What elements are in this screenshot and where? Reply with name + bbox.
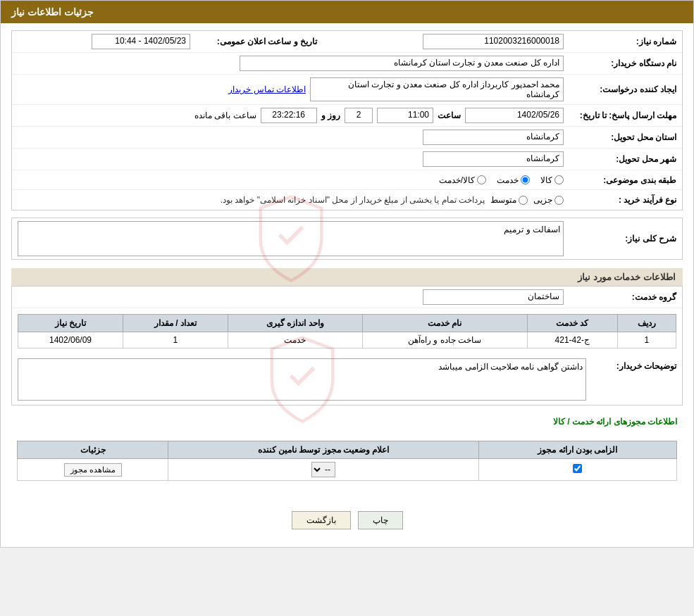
row-ijadKonande: ایجاد کننده درخواست: محمد احمدپور کاربرد… [12, 75, 682, 105]
namDastgah-field: اداره کل صنعت معدن و تجارت استان کرمانشا… [240, 56, 564, 71]
bottom-buttons: چاپ بازگشت [11, 501, 683, 540]
label-namDastgah: نام دستگاه خریدار: [564, 58, 676, 68]
sharh-niaz-text: اسفالت و ترمیم [504, 225, 560, 234]
khadamat-section: اطلاعات خدمات مورد نیاز گروه خدمت: ساختم… [11, 268, 683, 406]
sharh-niaz-section: شرح کلی نیاز: اسفالت و ترمیم [11, 218, 683, 260]
value-shahrTahvil: کرمانشاه [18, 151, 564, 167]
label-tozihat: توضیحات خریدار: [592, 358, 676, 371]
label-noeFarayand: نوع فرآیند خرید : [564, 195, 676, 205]
label-khadamat: خدمت [497, 175, 519, 185]
label-ijadKonande: ایجاد کننده درخواست: [564, 84, 676, 94]
watermark-logo [245, 193, 337, 284]
td-elzami [478, 459, 676, 481]
mohlat-date-field: 1402/05/26 [465, 108, 564, 123]
ettelaat-tamas-link[interactable]: اطلاعات تماس خریدار [228, 84, 306, 94]
row-noeFarayand: نوع فرآیند خرید : جزیی متوسط پرداخت تمام… [12, 190, 682, 210]
label-motavasset: متوسط [490, 195, 516, 205]
page-title: جزئیات اطلاعات نیاز [11, 6, 94, 18]
permission-row: -- مشاهده مجوز [18, 459, 677, 481]
value-tarikh: 1402/05/23 - 10:44 [18, 34, 190, 49]
permission-table: الزامی بودن ارائه مجوز اعلام وضعیت مجوز … [17, 441, 677, 481]
value-namDastgah: اداره کل صنعت معدن و تجارت استان کرمانشا… [18, 56, 564, 71]
mohlat-saat-baqi-field: 23:22:16 [261, 108, 317, 123]
row-shomareNiaz: شماره نیاز: 1102003216000018 تاریخ و ساع… [12, 31, 682, 53]
shomare-niaz-field: 1102003216000018 [423, 34, 564, 49]
row-groupKhadamat: گروه خدمت: ساختمان [12, 287, 682, 308]
radio-kala[interactable]: کالا [540, 175, 564, 185]
td-tarikh: 1402/06/09 [18, 332, 123, 348]
row-shahrTahvil: شهر محل تحویل: کرمانشاه [12, 149, 682, 170]
print-button[interactable]: چاپ [358, 511, 403, 529]
td-name: ساخت جاده و راه‌آهن [362, 332, 527, 348]
td-status: -- [168, 459, 479, 481]
value-ijadKonande: محمد احمدپور کاربرداز اداره کل صنعت معدن… [18, 77, 564, 101]
td-tedad: 1 [123, 332, 228, 348]
page-wrapper: جزئیات اطلاعات نیاز شماره نیاز: 11020032… [0, 0, 694, 548]
shahr-tahvil-field: کرمانشاه [423, 151, 564, 167]
tozihat-content: داشتن گواهی نامه صلاحیت الزامی میباشد [18, 358, 586, 401]
label-mohlat: مهلت ارسال پاسخ: تا تاریخ: [564, 111, 676, 120]
mohlat-time-field: 11:00 [377, 108, 433, 123]
elzami-checkbox[interactable] [573, 464, 582, 473]
radio-kalaKhadamat-input[interactable] [477, 175, 486, 184]
label-kalaKhadamat: کالا/خدمت [439, 175, 475, 185]
label-rozVa: روز و [321, 111, 340, 120]
label-shahrTahvil: شهر محل تحویل: [564, 154, 676, 164]
main-info-section: شماره نیاز: 1102003216000018 تاریخ و ساع… [11, 30, 683, 210]
value-tabaqeBandi: کالا خدمت کالا/خدمت [18, 175, 564, 185]
radio-kalaKhadamat[interactable]: کالا/خدمت [439, 175, 486, 185]
label-kala: کالا [540, 175, 552, 185]
radio-khadamat-input[interactable] [521, 175, 530, 184]
value-sharhNiaz: اسفالت و ترمیم [18, 221, 564, 256]
th-tedad: تعداد / مقدار [123, 315, 228, 332]
radio-jazzi-input[interactable] [554, 196, 564, 205]
label-ostanTahvil: استان محل تحویل: [564, 132, 676, 142]
value-ostanTahvil: کرمانشاه [18, 130, 564, 145]
td-kod: ج-42-421 [527, 332, 617, 348]
label-sharhNiaz: شرح کلی نیاز: [564, 234, 676, 244]
th-name: نام خدمت [362, 315, 527, 332]
value-groupKhadamat: ساختمان [18, 289, 564, 305]
row-namDastgah: نام دستگاه خریدار: اداره کل صنعت معدن و … [12, 53, 682, 75]
tozihat-row: توضیحات خریدار: داشتن گواهی نامه صلاحیت … [12, 354, 682, 405]
row-sharhNiaz: شرح کلی نیاز: اسفالت و ترمیم [12, 218, 682, 259]
radio-khadamat[interactable]: خدمت [497, 175, 530, 185]
label-tarikh: تاریخ و ساعت اعلان عمومی: [190, 37, 317, 46]
tarikh-field: 1402/05/23 - 10:44 [92, 34, 190, 49]
radio-kala-input[interactable] [554, 175, 564, 184]
mohlat-roz-field: 2 [345, 108, 373, 123]
radio-jazzi[interactable]: جزیی [533, 195, 564, 205]
label-shomareNiaz: شماره نیاز: [564, 37, 676, 46]
view-mojoz-button[interactable]: مشاهده مجوز [64, 463, 122, 477]
row-tabaqeBandi: طبقه بندی موضوعی: کالا خدمت [12, 170, 682, 190]
group-khadamat-field: ساختمان [423, 289, 564, 305]
content-area: شماره نیاز: 1102003216000018 تاریخ و ساع… [1, 23, 693, 547]
ostan-tahvil-field: کرمانشاه [423, 130, 564, 145]
mojozha-section: اطلاعات مجوزهای ارائه خدمت / کالا الزامی… [11, 414, 683, 492]
ijadKonande-field: محمد احمدپور کاربرداز اداره کل صنعت معدن… [310, 77, 564, 101]
page-header: جزئیات اطلاعات نیاز [1, 1, 693, 23]
status-select[interactable]: -- [311, 462, 335, 477]
row-mohlat: مهلت ارسال پاسخ: تا تاریخ: 1402/05/26 سا… [12, 105, 682, 127]
label-jazzi: جزیی [533, 195, 552, 205]
label-saat: ساعت [438, 111, 461, 120]
td-radif: 1 [617, 332, 676, 348]
khadamat-section-title: اطلاعات خدمات مورد نیاز [11, 268, 683, 287]
label-baqi: ساعت باقی مانده [194, 111, 256, 120]
radio-motavasset[interactable]: متوسط [490, 195, 528, 205]
tozihat-text: داشتن گواهی نامه صلاحیت الزامی میباشد [438, 362, 583, 372]
th-kod: کد خدمت [527, 315, 617, 332]
th-radif: ردیف [617, 315, 676, 332]
th-vahed: واحد اندازه گیری [228, 315, 362, 332]
value-shomareNiaz: 1102003216000018 [317, 34, 564, 49]
td-joziat: مشاهده مجوز [18, 459, 168, 481]
label-tabaqeBandi: طبقه بندی موضوعی: [564, 175, 676, 185]
label-groupKhadamat: گروه خدمت: [564, 292, 676, 302]
row-ostanTahvil: استان محل تحویل: کرمانشاه [12, 127, 682, 149]
radio-motavasset-input[interactable] [519, 196, 528, 205]
th-status: اعلام وضعیت مجوز توسط نامین کننده [168, 441, 479, 459]
th-elzami: الزامی بودن ارائه مجوز [478, 441, 676, 459]
th-joziat: جزئیات [18, 441, 168, 459]
back-button[interactable]: بازگشت [292, 511, 351, 529]
th-tarikh: تاریخ نیاز [18, 315, 123, 332]
